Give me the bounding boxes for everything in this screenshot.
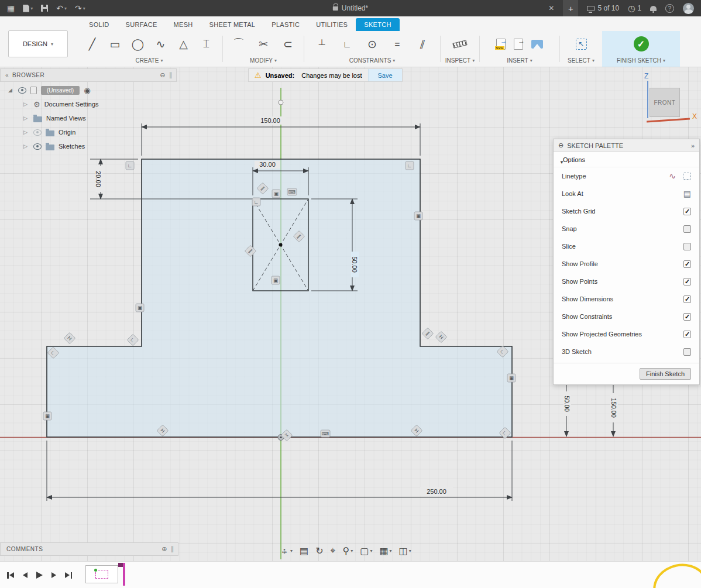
browser-panel-header[interactable]: « BROWSER ⊖ ∥ — [0, 68, 177, 82]
axis-endpoint[interactable] — [279, 100, 283, 105]
app-launcher-icon[interactable]: ▦ — [7, 4, 15, 13]
select-tool-icon[interactable]: ↖ — [576, 39, 587, 50]
show-dimensions-checkbox[interactable] — [683, 295, 691, 303]
spline-tool-icon[interactable]: ∿ — [152, 33, 170, 55]
step-back-button[interactable] — [23, 572, 28, 578]
show-profile-checkbox[interactable] — [683, 260, 691, 268]
display-settings-button[interactable]: ▢▾ — [360, 545, 372, 556]
add-comment-icon[interactable]: ⊕ — [161, 545, 167, 553]
viewports-button[interactable]: ◫▾ — [399, 545, 411, 556]
minimize-panel-icon[interactable]: ⊖ — [160, 71, 166, 79]
visibility-eye-off-icon[interactable] — [33, 129, 42, 136]
close-tab-button[interactable]: ✕ — [548, 4, 554, 12]
center-point[interactable] — [279, 243, 283, 247]
tree-item-sketches[interactable]: ▷ Sketches — [0, 139, 176, 153]
expand-icon[interactable]: ▷ — [23, 115, 29, 121]
show-projected-geometries-checkbox[interactable] — [683, 331, 691, 338]
collapse-browser-icon[interactable]: « — [1, 72, 9, 78]
trim-tool-icon[interactable]: ✂ — [255, 33, 272, 55]
offset-tool-icon[interactable]: ⊂ — [279, 33, 297, 55]
circle-tool-icon[interactable]: ◯ — [129, 33, 147, 55]
tab-surface[interactable]: SURFACE — [118, 18, 166, 31]
grid-settings-button[interactable]: ▦▾ — [379, 545, 391, 556]
job-status-button[interactable]: ◷ 1 — [628, 4, 641, 13]
tangent-constraint-icon[interactable]: ⊙ — [363, 33, 381, 55]
tab-solid[interactable]: SOLID — [81, 18, 118, 31]
linetype-construction-icon[interactable] — [683, 173, 691, 180]
snap-checkbox[interactable] — [683, 225, 691, 233]
visibility-eye-icon[interactable] — [33, 143, 42, 150]
insert-menu-button[interactable]: INSERT▾ — [507, 56, 532, 65]
view-cube[interactable]: Z FRONT X — [640, 70, 700, 129]
show-points-checkbox[interactable] — [683, 278, 691, 286]
vertical-constraint-icon[interactable]: ┴ — [313, 33, 331, 55]
timeline-feature-sketch[interactable] — [85, 565, 118, 583]
expand-icon[interactable]: ▷ — [23, 101, 29, 107]
finish-sketch-button[interactable]: ✓ FINISH SKETCH▾ — [602, 31, 680, 67]
tab-utilities[interactable]: UTILITIES — [308, 18, 356, 31]
activate-target-icon[interactable]: ◉ — [84, 86, 90, 95]
save-document-button[interactable]: Save — [368, 69, 402, 81]
insert-image-icon[interactable] — [531, 40, 543, 49]
3d-sketch-checkbox[interactable] — [683, 348, 691, 356]
orbit-button[interactable]: ↔↕ ▾ — [280, 546, 293, 555]
inspect-menu-button[interactable]: INSPECT▾ — [445, 56, 475, 65]
parallel-constraint-icon[interactable]: ∥ — [410, 33, 435, 55]
comments-panel-header[interactable]: COMMENTS ⊕ ∥ — [0, 542, 178, 556]
save-button[interactable] — [41, 5, 48, 12]
look-at-icon[interactable]: ▤ — [683, 189, 691, 198]
visibility-eye-icon[interactable] — [18, 87, 26, 94]
workspace-selector[interactable]: DESIGN▾ — [8, 30, 68, 57]
constraints-menu-button[interactable]: CONSTRAINTS▾ — [349, 56, 396, 65]
tab-sheet-metal[interactable]: SHEET METAL — [201, 18, 264, 31]
tree-item-document-settings[interactable]: ▷ ⚙ Document Settings — [0, 97, 176, 111]
slice-checkbox[interactable] — [683, 243, 691, 250]
tree-item-origin[interactable]: ▷ Origin — [0, 125, 176, 139]
create-menu-button[interactable]: CREATE▾ — [136, 56, 163, 65]
sketch-palette-header[interactable]: ⊖ SKETCH PALETTE » — [554, 139, 699, 152]
help-icon[interactable]: ? — [665, 4, 674, 13]
linetype-spline-icon[interactable]: ∿ — [669, 171, 676, 181]
tab-counter[interactable]: 5 of 10 — [587, 4, 619, 12]
polygon-tool-icon[interactable]: △ — [175, 33, 193, 55]
look-at-button[interactable]: ▤ — [300, 545, 308, 556]
panel-grip[interactable]: ∥ — [169, 71, 173, 79]
rectangle-tool-icon[interactable]: ▭ — [106, 33, 124, 55]
coincident-constraint-icon[interactable]: ∟ — [338, 33, 356, 55]
undo-button[interactable]: ↶▾ — [56, 4, 67, 13]
timeline-position-marker[interactable] — [123, 563, 125, 586]
redo-button[interactable]: ↷▾ — [75, 4, 85, 13]
tab-plastic[interactable]: PLASTIC — [263, 18, 308, 31]
play-button[interactable] — [36, 572, 43, 579]
minimize-palette-icon[interactable]: ⊖ — [558, 142, 563, 149]
skip-to-start-button[interactable] — [7, 572, 14, 579]
expand-icon[interactable]: ▷ — [23, 129, 29, 135]
modify-menu-button[interactable]: MODIFY▾ — [250, 56, 277, 65]
select-menu-button[interactable]: SELECT▾ — [568, 56, 595, 65]
file-menu-button[interactable]: ▾ — [23, 5, 33, 12]
slot-tool-icon[interactable]: ⌶ — [198, 33, 215, 55]
show-constraints-checkbox[interactable] — [683, 313, 691, 321]
skip-to-end-button[interactable] — [65, 572, 72, 579]
root-expand-icon[interactable]: ◢ — [8, 87, 14, 93]
pan-button[interactable]: ↻ — [315, 545, 323, 556]
equal-constraint-icon[interactable]: = — [389, 33, 406, 55]
tab-mesh[interactable]: MESH — [166, 18, 201, 31]
options-section-header[interactable]: ▼ Options — [554, 152, 699, 167]
profile-outline[interactable] — [47, 159, 512, 437]
measure-tool-icon[interactable] — [452, 40, 467, 49]
sketch-grid-checkbox[interactable] — [683, 208, 691, 215]
user-avatar[interactable] — [683, 3, 694, 14]
tree-item-root[interactable]: ◢ (Unsaved) ◉ — [0, 83, 176, 97]
zoom-window-button[interactable]: ⌖ — [331, 545, 336, 556]
notifications-icon[interactable] — [650, 6, 657, 11]
finish-sketch-palette-button[interactable]: Finish Sketch — [640, 368, 691, 380]
document-name-badge[interactable]: (Unsaved) — [41, 86, 80, 95]
dimension-bottom-width[interactable]: 250.00 — [47, 441, 512, 501]
view-cube-front-face[interactable]: FRONT — [650, 88, 680, 117]
line-tool-icon[interactable]: ╱ — [84, 33, 101, 55]
insert-svg-icon[interactable]: →SVG — [496, 39, 506, 50]
tab-sketch[interactable]: SKETCH — [356, 18, 399, 31]
expand-icon[interactable]: ▷ — [23, 143, 29, 149]
step-forward-button[interactable] — [51, 572, 56, 578]
